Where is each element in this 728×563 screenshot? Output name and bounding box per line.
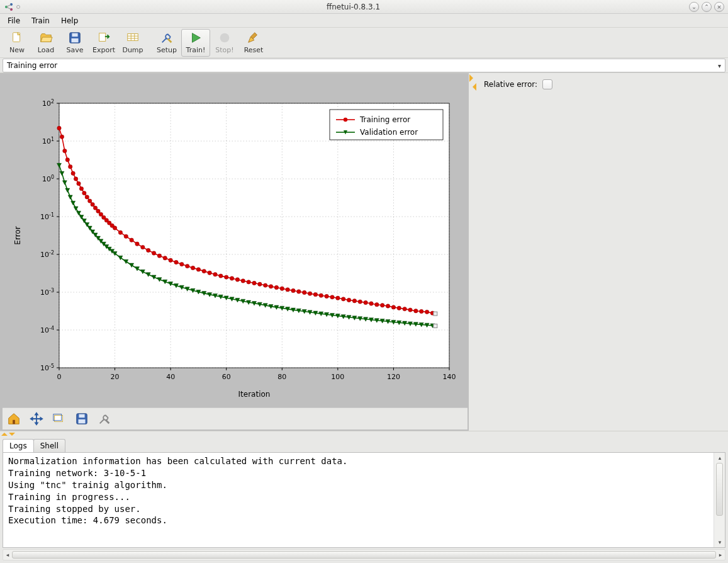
svg-point-96: [163, 256, 167, 260]
horizontal-splitter[interactable]: [0, 431, 728, 437]
log-horizontal-scrollbar[interactable]: ◂ ▸: [3, 549, 725, 560]
svg-point-81: [96, 209, 100, 213]
menu-train[interactable]: Train: [26, 15, 55, 26]
error-chart: 02040608010012014010-510-410-310-210-110…: [3, 78, 468, 406]
relative-error-checkbox[interactable]: [542, 79, 552, 89]
svg-point-110: [241, 279, 245, 283]
dump-icon: [126, 31, 140, 45]
floppy-icon: [68, 31, 82, 45]
svg-point-75: [79, 186, 83, 190]
svg-rect-8: [72, 38, 79, 42]
svg-point-97: [169, 258, 172, 262]
new-button[interactable]: New: [3, 29, 31, 57]
folder-open-icon: [39, 31, 53, 45]
svg-point-77: [85, 195, 89, 199]
train-button[interactable]: Train!: [181, 29, 210, 57]
play-icon: [189, 31, 203, 45]
svg-point-128: [342, 297, 345, 301]
window-title: ffnetui-0.8.3.1: [20, 3, 686, 11]
svg-line-4: [6, 7, 11, 9]
svg-point-108: [230, 276, 233, 280]
chevron-down-icon: ▾: [718, 62, 721, 69]
svg-point-88: [118, 230, 122, 234]
view-selector-bar: Training error ▾: [0, 58, 728, 73]
svg-point-137: [391, 305, 395, 309]
svg-line-3: [6, 4, 11, 7]
menu-help[interactable]: Help: [56, 15, 83, 26]
app-icon: [4, 2, 14, 12]
svg-point-87: [113, 226, 116, 230]
svg-point-15: [220, 33, 230, 43]
bottom-pane: Logs Shell Normalization information has…: [0, 437, 728, 563]
scroll-up-icon[interactable]: ▴: [716, 454, 724, 462]
svg-point-126: [330, 295, 334, 299]
zoom-icon[interactable]: [52, 411, 67, 426]
tab-shell[interactable]: Shell: [33, 439, 65, 452]
svg-rect-16: [59, 103, 449, 368]
tools-icon: [160, 31, 174, 45]
menu-file[interactable]: File: [3, 15, 25, 26]
svg-point-114: [264, 283, 267, 287]
new-file-icon: [10, 31, 24, 45]
svg-point-106: [219, 274, 223, 278]
plot-pane: 02040608010012014010-510-410-310-210-110…: [0, 73, 469, 431]
svg-point-72: [71, 171, 75, 175]
svg-point-116: [274, 285, 278, 289]
scroll-right-icon[interactable]: ▸: [716, 552, 725, 558]
svg-point-95: [157, 254, 161, 258]
minimize-button[interactable]: ⌄: [689, 2, 699, 12]
svg-rect-7: [72, 33, 77, 37]
relative-error-label: Relative error:: [484, 80, 537, 89]
svg-rect-145: [434, 312, 437, 316]
scroll-thumb[interactable]: [716, 463, 723, 516]
svg-text:120: 120: [387, 373, 400, 381]
svg-text:10-5: 10-5: [40, 363, 54, 373]
scroll-down-icon[interactable]: ▾: [716, 538, 724, 546]
bottom-tabs: Logs Shell: [0, 437, 728, 452]
svg-point-71: [69, 164, 72, 168]
svg-text:100: 100: [42, 174, 54, 184]
svg-rect-157: [79, 414, 84, 418]
svg-point-139: [403, 307, 406, 310]
dump-button[interactable]: Dump: [118, 29, 147, 57]
svg-point-109: [235, 278, 239, 282]
svg-point-118: [286, 288, 289, 292]
svg-point-129: [347, 298, 350, 302]
svg-point-68: [60, 135, 64, 139]
svg-text:10-1: 10-1: [40, 212, 54, 222]
svg-point-141: [414, 309, 418, 312]
svg-point-100: [186, 264, 189, 268]
svg-rect-146: [434, 324, 437, 328]
svg-point-69: [63, 149, 67, 152]
svg-point-115: [269, 285, 272, 288]
save-button[interactable]: Save: [60, 29, 89, 57]
view-selector-dropdown[interactable]: Training error ▾: [3, 59, 725, 72]
svg-text:Validation error: Validation error: [360, 128, 418, 137]
scroll-left-icon[interactable]: ◂: [3, 552, 12, 558]
svg-point-82: [99, 212, 103, 216]
load-button[interactable]: Load: [31, 29, 60, 57]
svg-point-142: [420, 309, 423, 313]
maximize-button[interactable]: ⌃: [702, 2, 712, 12]
tab-logs[interactable]: Logs: [3, 439, 34, 452]
broom-icon: [247, 31, 260, 45]
setup-button[interactable]: Setup: [152, 29, 181, 57]
hscroll-thumb[interactable]: [12, 551, 716, 559]
home-icon[interactable]: [6, 411, 21, 426]
export-button[interactable]: Export: [89, 29, 118, 57]
svg-point-91: [135, 242, 139, 246]
vertical-splitter[interactable]: [469, 73, 478, 431]
log-vertical-scrollbar[interactable]: ▴ ▾: [714, 453, 725, 547]
svg-text:Training error: Training error: [359, 115, 410, 124]
svg-text:Iteration: Iteration: [238, 390, 271, 399]
reset-button[interactable]: Reset: [239, 29, 268, 57]
configure-icon[interactable]: [97, 411, 112, 426]
svg-rect-153: [13, 420, 15, 424]
svg-point-117: [280, 287, 284, 290]
svg-text:10-3: 10-3: [40, 288, 54, 297]
close-button[interactable]: ×: [714, 2, 724, 12]
svg-point-149: [344, 118, 347, 122]
svg-point-103: [202, 269, 206, 273]
pan-icon[interactable]: [29, 411, 44, 426]
save-figure-icon[interactable]: [74, 411, 89, 426]
